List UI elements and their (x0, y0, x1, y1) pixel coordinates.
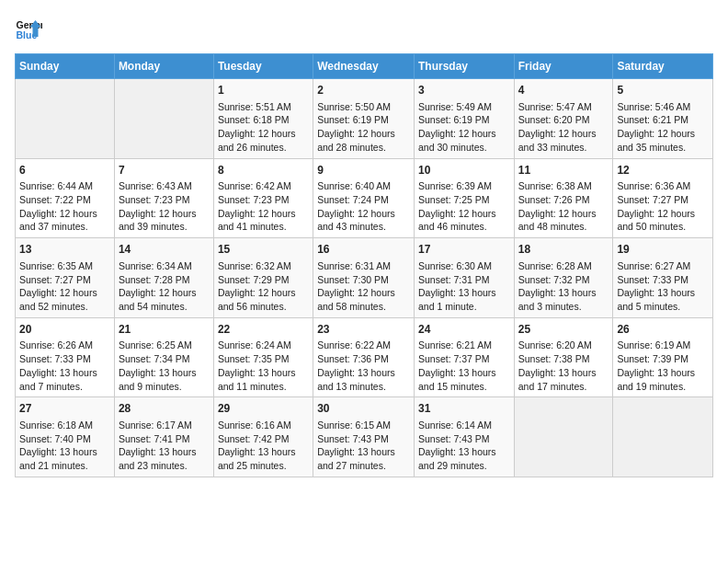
day-info: Sunrise: 6:14 AM Sunset: 7:43 PM Dayligh… (418, 419, 510, 473)
day-number: 29 (218, 401, 309, 417)
day-info: Sunrise: 6:19 AM Sunset: 7:39 PM Dayligh… (617, 339, 709, 393)
day-info: Sunrise: 6:39 AM Sunset: 7:25 PM Dayligh… (418, 179, 510, 234)
header-wednesday: Wednesday (313, 54, 415, 79)
week-row-2: 6Sunrise: 6:44 AM Sunset: 7:22 PM Daylig… (16, 158, 713, 238)
day-info: Sunrise: 6:16 AM Sunset: 7:42 PM Dayligh… (218, 419, 309, 473)
day-number: 13 (19, 242, 110, 258)
day-cell: 20Sunrise: 6:26 AM Sunset: 7:33 PM Dayli… (16, 317, 115, 397)
day-info: Sunrise: 5:46 AM Sunset: 6:21 PM Dayligh… (617, 100, 709, 155)
header-monday: Monday (114, 54, 213, 79)
day-number: 7 (119, 163, 210, 178)
day-info: Sunrise: 6:22 AM Sunset: 7:36 PM Dayligh… (317, 339, 410, 393)
day-cell: 19Sunrise: 6:27 AM Sunset: 7:33 PM Dayli… (613, 238, 713, 318)
day-cell: 26Sunrise: 6:19 AM Sunset: 7:39 PM Dayli… (613, 317, 713, 397)
day-cell: 25Sunrise: 6:20 AM Sunset: 7:38 PM Dayli… (514, 317, 613, 397)
day-cell: 3Sunrise: 5:49 AM Sunset: 6:19 PM Daylig… (414, 79, 514, 159)
day-cell (16, 79, 115, 159)
day-number: 9 (317, 163, 410, 178)
day-info: Sunrise: 6:44 AM Sunset: 7:22 PM Dayligh… (19, 179, 110, 234)
day-number: 8 (218, 163, 309, 178)
day-number: 19 (617, 242, 709, 258)
week-row-4: 20Sunrise: 6:26 AM Sunset: 7:33 PM Dayli… (16, 317, 713, 397)
day-cell: 23Sunrise: 6:22 AM Sunset: 7:36 PM Dayli… (313, 317, 415, 397)
day-cell: 12Sunrise: 6:36 AM Sunset: 7:27 PM Dayli… (613, 158, 713, 238)
day-info: Sunrise: 6:35 AM Sunset: 7:27 PM Dayligh… (19, 259, 110, 314)
day-info: Sunrise: 6:28 AM Sunset: 7:32 PM Dayligh… (518, 259, 609, 314)
day-cell: 11Sunrise: 6:38 AM Sunset: 7:26 PM Dayli… (514, 158, 613, 238)
day-number: 1 (218, 83, 309, 98)
day-info: Sunrise: 6:17 AM Sunset: 7:41 PM Dayligh… (119, 419, 210, 473)
day-cell (514, 397, 613, 477)
day-info: Sunrise: 6:27 AM Sunset: 7:33 PM Dayligh… (617, 259, 709, 314)
header-tuesday: Tuesday (213, 54, 313, 79)
day-number: 2 (317, 83, 410, 98)
day-number: 22 (218, 322, 309, 338)
day-info: Sunrise: 6:38 AM Sunset: 7:26 PM Dayligh… (518, 179, 609, 234)
day-number: 23 (317, 322, 410, 338)
header-friday: Friday (514, 54, 613, 79)
day-cell: 10Sunrise: 6:39 AM Sunset: 7:25 PM Dayli… (414, 158, 514, 238)
day-info: Sunrise: 6:25 AM Sunset: 7:34 PM Dayligh… (119, 339, 210, 393)
logo: General Blue (15, 15, 46, 42)
day-cell (613, 397, 713, 477)
day-cell: 22Sunrise: 6:24 AM Sunset: 7:35 PM Dayli… (213, 317, 313, 397)
day-number: 18 (518, 242, 609, 258)
day-cell: 21Sunrise: 6:25 AM Sunset: 7:34 PM Dayli… (114, 317, 213, 397)
day-number: 21 (119, 322, 210, 338)
day-cell: 14Sunrise: 6:34 AM Sunset: 7:28 PM Dayli… (114, 238, 213, 318)
day-cell: 24Sunrise: 6:21 AM Sunset: 7:37 PM Dayli… (414, 317, 514, 397)
day-number: 27 (19, 401, 110, 417)
day-info: Sunrise: 6:15 AM Sunset: 7:43 PM Dayligh… (317, 419, 410, 473)
day-cell: 28Sunrise: 6:17 AM Sunset: 7:41 PM Dayli… (114, 397, 213, 477)
day-info: Sunrise: 6:30 AM Sunset: 7:31 PM Dayligh… (418, 259, 510, 314)
day-cell: 1Sunrise: 5:51 AM Sunset: 6:18 PM Daylig… (213, 79, 313, 159)
day-info: Sunrise: 5:50 AM Sunset: 6:19 PM Dayligh… (317, 100, 410, 155)
week-row-5: 27Sunrise: 6:18 AM Sunset: 7:40 PM Dayli… (16, 397, 713, 477)
day-info: Sunrise: 6:42 AM Sunset: 7:23 PM Dayligh… (218, 179, 309, 234)
day-cell: 8Sunrise: 6:42 AM Sunset: 7:23 PM Daylig… (213, 158, 313, 238)
day-number: 30 (317, 401, 410, 417)
day-number: 17 (418, 242, 510, 258)
day-cell (114, 79, 213, 159)
day-info: Sunrise: 6:21 AM Sunset: 7:37 PM Dayligh… (418, 339, 510, 393)
day-cell: 13Sunrise: 6:35 AM Sunset: 7:27 PM Dayli… (16, 238, 115, 318)
day-cell: 27Sunrise: 6:18 AM Sunset: 7:40 PM Dayli… (16, 397, 115, 477)
day-cell: 7Sunrise: 6:43 AM Sunset: 7:23 PM Daylig… (114, 158, 213, 238)
day-cell: 18Sunrise: 6:28 AM Sunset: 7:32 PM Dayli… (514, 238, 613, 318)
day-info: Sunrise: 5:49 AM Sunset: 6:19 PM Dayligh… (418, 100, 510, 155)
day-cell: 31Sunrise: 6:14 AM Sunset: 7:43 PM Dayli… (414, 397, 514, 477)
day-info: Sunrise: 5:47 AM Sunset: 6:20 PM Dayligh… (518, 100, 609, 155)
day-number: 16 (317, 242, 410, 258)
day-info: Sunrise: 6:24 AM Sunset: 7:35 PM Dayligh… (218, 339, 309, 393)
header-thursday: Thursday (414, 54, 514, 79)
day-number: 11 (518, 163, 609, 178)
day-cell: 16Sunrise: 6:31 AM Sunset: 7:30 PM Dayli… (313, 238, 415, 318)
day-cell: 17Sunrise: 6:30 AM Sunset: 7:31 PM Dayli… (414, 238, 514, 318)
logo-icon: General Blue (15, 15, 42, 42)
day-number: 24 (418, 322, 510, 338)
day-cell: 9Sunrise: 6:40 AM Sunset: 7:24 PM Daylig… (313, 158, 415, 238)
day-number: 15 (218, 242, 309, 258)
day-cell: 6Sunrise: 6:44 AM Sunset: 7:22 PM Daylig… (16, 158, 115, 238)
day-info: Sunrise: 6:36 AM Sunset: 7:27 PM Dayligh… (617, 179, 709, 234)
day-cell: 15Sunrise: 6:32 AM Sunset: 7:29 PM Dayli… (213, 238, 313, 318)
day-cell: 2Sunrise: 5:50 AM Sunset: 6:19 PM Daylig… (313, 79, 415, 159)
day-info: Sunrise: 6:26 AM Sunset: 7:33 PM Dayligh… (19, 339, 110, 393)
day-info: Sunrise: 6:32 AM Sunset: 7:29 PM Dayligh… (218, 259, 309, 314)
week-row-1: 1Sunrise: 5:51 AM Sunset: 6:18 PM Daylig… (16, 79, 713, 159)
day-info: Sunrise: 6:34 AM Sunset: 7:28 PM Dayligh… (119, 259, 210, 314)
day-number: 20 (19, 322, 110, 338)
day-number: 3 (418, 83, 510, 98)
calendar-table: SundayMondayTuesdayWednesdayThursdayFrid… (15, 53, 713, 477)
day-cell: 5Sunrise: 5:46 AM Sunset: 6:21 PM Daylig… (613, 79, 713, 159)
week-row-3: 13Sunrise: 6:35 AM Sunset: 7:27 PM Dayli… (16, 238, 713, 318)
day-number: 25 (518, 322, 609, 338)
day-number: 4 (518, 83, 609, 98)
page-header: General Blue (15, 15, 713, 42)
day-number: 6 (19, 163, 110, 178)
day-number: 5 (617, 83, 709, 98)
calendar-body: 1Sunrise: 5:51 AM Sunset: 6:18 PM Daylig… (16, 79, 713, 477)
day-cell: 30Sunrise: 6:15 AM Sunset: 7:43 PM Dayli… (313, 397, 415, 477)
day-info: Sunrise: 6:20 AM Sunset: 7:38 PM Dayligh… (518, 339, 609, 393)
header-sunday: Sunday (16, 54, 115, 79)
